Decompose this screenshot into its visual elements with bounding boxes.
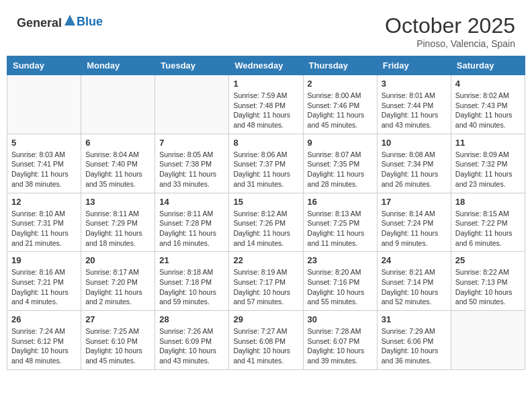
day-of-week-header: Friday xyxy=(377,56,451,75)
calendar-week-row: 26Sunrise: 7:24 AM Sunset: 6:12 PM Dayli… xyxy=(7,311,525,370)
calendar-day-cell: 26Sunrise: 7:24 AM Sunset: 6:12 PM Dayli… xyxy=(7,311,81,370)
day-number: 31 xyxy=(382,314,447,324)
day-of-week-header: Saturday xyxy=(451,56,525,75)
day-info: Sunrise: 8:09 AM Sunset: 7:32 PM Dayligh… xyxy=(455,150,521,189)
location-title: Pinoso, Valencia, Spain xyxy=(385,38,515,49)
day-info: Sunrise: 7:26 AM Sunset: 6:09 PM Dayligh… xyxy=(159,326,224,366)
calendar-day-cell: 19Sunrise: 8:16 AM Sunset: 7:21 PM Dayli… xyxy=(7,252,81,311)
day-number: 19 xyxy=(11,255,77,265)
day-info: Sunrise: 8:20 AM Sunset: 7:16 PM Dayligh… xyxy=(308,267,373,307)
calendar-day-cell: 13Sunrise: 8:11 AM Sunset: 7:29 PM Dayli… xyxy=(81,193,155,252)
day-info: Sunrise: 8:08 AM Sunset: 7:34 PM Dayligh… xyxy=(382,150,447,189)
calendar-day-cell: 31Sunrise: 7:29 AM Sunset: 6:06 PM Dayli… xyxy=(377,311,451,370)
day-info: Sunrise: 8:11 AM Sunset: 7:28 PM Dayligh… xyxy=(159,209,224,248)
calendar-table: SundayMondayTuesdayWednesdayThursdayFrid… xyxy=(7,56,525,370)
day-info: Sunrise: 7:27 AM Sunset: 6:08 PM Dayligh… xyxy=(233,326,298,366)
calendar-day-cell xyxy=(451,311,525,370)
day-number: 5 xyxy=(11,138,77,148)
calendar-week-row: 12Sunrise: 8:10 AM Sunset: 7:31 PM Dayli… xyxy=(7,193,525,252)
day-info: Sunrise: 8:15 AM Sunset: 7:22 PM Dayligh… xyxy=(455,209,521,248)
day-info: Sunrise: 7:28 AM Sunset: 6:07 PM Dayligh… xyxy=(308,326,373,366)
day-info: Sunrise: 8:17 AM Sunset: 7:20 PM Dayligh… xyxy=(85,267,150,307)
day-info: Sunrise: 7:24 AM Sunset: 6:12 PM Dayligh… xyxy=(11,326,77,366)
calendar-day-cell: 14Sunrise: 8:11 AM Sunset: 7:28 PM Dayli… xyxy=(155,193,229,252)
calendar-week-row: 5Sunrise: 8:03 AM Sunset: 7:41 PM Daylig… xyxy=(7,134,525,193)
calendar-header-row: SundayMondayTuesdayWednesdayThursdayFrid… xyxy=(7,56,525,75)
calendar-day-cell: 23Sunrise: 8:20 AM Sunset: 7:16 PM Dayli… xyxy=(303,252,377,311)
calendar-day-cell: 9Sunrise: 8:07 AM Sunset: 7:35 PM Daylig… xyxy=(303,134,377,193)
calendar-day-cell: 28Sunrise: 7:26 AM Sunset: 6:09 PM Dayli… xyxy=(155,311,229,370)
calendar-week-row: 19Sunrise: 8:16 AM Sunset: 7:21 PM Dayli… xyxy=(7,252,525,311)
month-title: October 2025 xyxy=(385,13,515,38)
day-number: 3 xyxy=(382,79,447,89)
day-info: Sunrise: 8:07 AM Sunset: 7:35 PM Dayligh… xyxy=(308,150,373,189)
day-info: Sunrise: 8:06 AM Sunset: 7:37 PM Dayligh… xyxy=(233,150,298,189)
calendar-day-cell: 24Sunrise: 8:21 AM Sunset: 7:14 PM Dayli… xyxy=(377,252,451,311)
calendar-day-cell: 6Sunrise: 8:04 AM Sunset: 7:40 PM Daylig… xyxy=(81,134,155,193)
calendar-week-row: 1Sunrise: 7:59 AM Sunset: 7:48 PM Daylig… xyxy=(7,75,525,134)
day-info: Sunrise: 8:13 AM Sunset: 7:25 PM Dayligh… xyxy=(308,209,373,248)
calendar-day-cell xyxy=(81,75,155,134)
logo: General Blue xyxy=(17,13,103,30)
day-number: 18 xyxy=(455,197,521,207)
calendar-day-cell: 1Sunrise: 7:59 AM Sunset: 7:48 PM Daylig… xyxy=(229,75,303,134)
day-of-week-header: Thursday xyxy=(303,56,377,75)
day-number: 2 xyxy=(308,79,373,89)
day-number: 8 xyxy=(233,138,298,148)
day-number: 12 xyxy=(11,197,77,207)
calendar-day-cell: 5Sunrise: 8:03 AM Sunset: 7:41 PM Daylig… xyxy=(7,134,81,193)
day-info: Sunrise: 8:21 AM Sunset: 7:14 PM Dayligh… xyxy=(382,267,447,307)
day-info: Sunrise: 8:16 AM Sunset: 7:21 PM Dayligh… xyxy=(11,267,77,307)
day-number: 30 xyxy=(308,314,373,324)
day-info: Sunrise: 8:14 AM Sunset: 7:24 PM Dayligh… xyxy=(382,209,447,248)
day-info: Sunrise: 8:05 AM Sunset: 7:38 PM Dayligh… xyxy=(159,150,224,189)
logo-general: General xyxy=(17,16,62,30)
day-number: 10 xyxy=(382,138,447,148)
calendar-day-cell: 15Sunrise: 8:12 AM Sunset: 7:26 PM Dayli… xyxy=(229,193,303,252)
calendar-day-cell: 20Sunrise: 8:17 AM Sunset: 7:20 PM Dayli… xyxy=(81,252,155,311)
calendar-day-cell xyxy=(155,75,229,134)
calendar-day-cell: 8Sunrise: 8:06 AM Sunset: 7:37 PM Daylig… xyxy=(229,134,303,193)
calendar-day-cell: 30Sunrise: 7:28 AM Sunset: 6:07 PM Dayli… xyxy=(303,311,377,370)
day-info: Sunrise: 8:19 AM Sunset: 7:17 PM Dayligh… xyxy=(233,267,298,307)
day-of-week-header: Sunday xyxy=(7,56,81,75)
calendar-day-cell: 4Sunrise: 8:02 AM Sunset: 7:43 PM Daylig… xyxy=(451,75,525,134)
calendar-day-cell: 29Sunrise: 7:27 AM Sunset: 6:08 PM Dayli… xyxy=(229,311,303,370)
day-number: 23 xyxy=(308,255,373,265)
day-number: 27 xyxy=(85,314,150,324)
day-info: Sunrise: 8:18 AM Sunset: 7:18 PM Dayligh… xyxy=(159,267,224,307)
calendar-day-cell: 12Sunrise: 8:10 AM Sunset: 7:31 PM Dayli… xyxy=(7,193,81,252)
day-number: 20 xyxy=(85,255,150,265)
day-info: Sunrise: 8:03 AM Sunset: 7:41 PM Dayligh… xyxy=(11,150,77,189)
day-of-week-header: Tuesday xyxy=(155,56,229,75)
calendar-day-cell: 3Sunrise: 8:01 AM Sunset: 7:44 PM Daylig… xyxy=(377,75,451,134)
day-number: 9 xyxy=(308,138,373,148)
day-info: Sunrise: 8:12 AM Sunset: 7:26 PM Dayligh… xyxy=(233,209,298,248)
day-info: Sunrise: 8:01 AM Sunset: 7:44 PM Dayligh… xyxy=(382,91,447,130)
day-number: 1 xyxy=(233,79,298,89)
day-number: 29 xyxy=(233,314,298,324)
calendar-day-cell: 22Sunrise: 8:19 AM Sunset: 7:17 PM Dayli… xyxy=(229,252,303,311)
day-number: 22 xyxy=(233,255,298,265)
day-number: 13 xyxy=(85,197,150,207)
day-info: Sunrise: 8:00 AM Sunset: 7:46 PM Dayligh… xyxy=(308,91,373,130)
day-info: Sunrise: 7:29 AM Sunset: 6:06 PM Dayligh… xyxy=(382,326,447,366)
day-info: Sunrise: 8:04 AM Sunset: 7:40 PM Dayligh… xyxy=(85,150,150,189)
day-number: 26 xyxy=(11,314,77,324)
calendar-day-cell: 10Sunrise: 8:08 AM Sunset: 7:34 PM Dayli… xyxy=(377,134,451,193)
day-number: 4 xyxy=(455,79,521,89)
day-info: Sunrise: 8:11 AM Sunset: 7:29 PM Dayligh… xyxy=(85,209,150,248)
calendar-day-cell: 18Sunrise: 8:15 AM Sunset: 7:22 PM Dayli… xyxy=(451,193,525,252)
day-number: 14 xyxy=(159,197,224,207)
day-number: 16 xyxy=(308,197,373,207)
day-info: Sunrise: 8:22 AM Sunset: 7:13 PM Dayligh… xyxy=(455,267,521,307)
calendar-day-cell: 25Sunrise: 8:22 AM Sunset: 7:13 PM Dayli… xyxy=(451,252,525,311)
page-header: General Blue October 2025 Pinoso, Valenc… xyxy=(7,7,525,52)
svg-marker-0 xyxy=(64,15,75,26)
day-number: 21 xyxy=(159,255,224,265)
calendar-day-cell xyxy=(7,75,81,134)
logo-icon xyxy=(63,13,77,27)
day-of-week-header: Wednesday xyxy=(229,56,303,75)
calendar-day-cell: 7Sunrise: 8:05 AM Sunset: 7:38 PM Daylig… xyxy=(155,134,229,193)
day-number: 15 xyxy=(233,197,298,207)
